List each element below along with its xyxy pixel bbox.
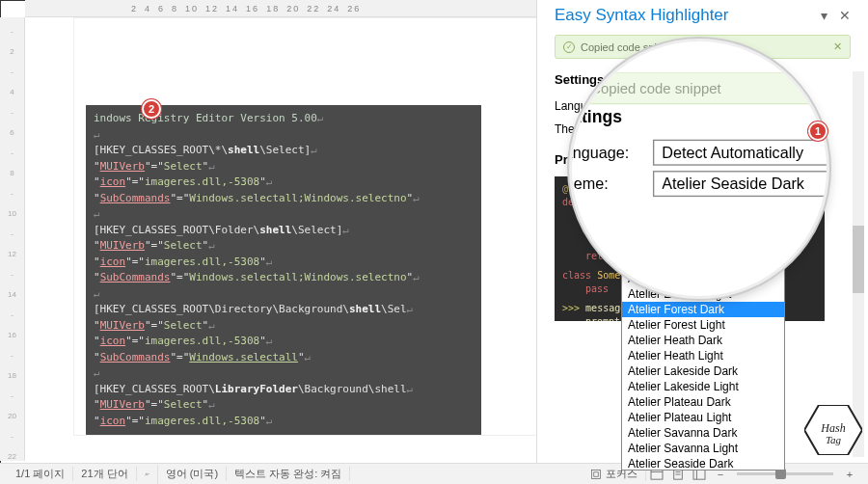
- check-icon: ✓: [563, 41, 575, 53]
- theme-option[interactable]: Atelier Forest Dark: [622, 302, 784, 317]
- ruler-vertical: -2-4-6-8-10-12-14-16-18-20-22-: [0, 17, 25, 461]
- svg-rect-1: [594, 471, 599, 476]
- svg-text:Hash: Hash: [820, 421, 845, 435]
- theme-option[interactable]: Atelier Dune Light: [622, 255, 784, 271]
- theme-option[interactable]: Atelier Dune Dark: [622, 240, 784, 255]
- theme-option[interactable]: Atelier Heath Dark: [622, 333, 784, 348]
- theme-option[interactable]: Atelier Forest Light: [622, 317, 784, 333]
- theme-dropdown-list[interactable]: Arduino LightArtaAsceticAtelier Cave Dar…: [621, 162, 785, 471]
- zoom-in-button[interactable]: +: [839, 465, 860, 484]
- code-block[interactable]: indows Registry Editor Version 5.00↵ ↵ […: [86, 105, 481, 435]
- language-label: Language:: [555, 99, 622, 113]
- theme-option[interactable]: Atelier Savanna Light: [622, 441, 784, 456]
- panel-menu-icon[interactable]: ▾: [821, 8, 827, 23]
- theme-option[interactable]: Atelier Estuary Light: [622, 286, 784, 302]
- annotation-badge-2: 2: [142, 99, 161, 119]
- theme-option[interactable]: Atelier Seaside Dark: [622, 456, 784, 471]
- status-autocomplete[interactable]: 텍스트 자동 완성: 켜짐: [227, 467, 350, 481]
- theme-option[interactable]: Atelier Plateau Light: [622, 410, 784, 425]
- theme-option[interactable]: Atelier Cave Dark: [622, 209, 784, 225]
- theme-option[interactable]: Ascetic: [622, 194, 784, 209]
- spellcheck-icon[interactable]: [137, 465, 158, 484]
- status-language[interactable]: 영어 (미국): [158, 467, 227, 481]
- theme-option[interactable]: Atelier Cave Light: [622, 225, 784, 240]
- status-words[interactable]: 21개 단어: [73, 467, 136, 481]
- panel-scrollbar[interactable]: [853, 71, 864, 457]
- ruler-horizontal: 2468101214161820222426: [25, 0, 536, 17]
- toast-success: ✓ Copied code snippet ✕: [555, 35, 851, 59]
- toast-text: Copied code snippet: [581, 41, 677, 53]
- theme-option[interactable]: Atelier Savanna Dark: [622, 425, 784, 441]
- theme-label: Theme:: [555, 122, 622, 136]
- svg-text:Tag: Tag: [826, 434, 842, 445]
- theme-select[interactable]: Atelier Seaside Dark: [630, 120, 784, 139]
- scrollbar-thumb[interactable]: [853, 226, 864, 293]
- toast-close-icon[interactable]: ✕: [833, 40, 842, 53]
- theme-option[interactable]: Arduino Light: [622, 163, 784, 178]
- theme-option[interactable]: Atelier Estuary Dark: [622, 271, 784, 286]
- language-select[interactable]: Detect Automatically: [630, 96, 784, 116]
- panel-title: Easy Syntax Highlighter: [555, 6, 728, 25]
- hashtag-logo: Hash Tag: [804, 405, 862, 455]
- theme-option[interactable]: Atelier Lakeside Dark: [622, 363, 784, 379]
- theme-option[interactable]: Atelier Lakeside Light: [622, 379, 784, 394]
- theme-option[interactable]: Atelier Heath Light: [622, 348, 784, 363]
- theme-option[interactable]: Arta: [622, 178, 784, 194]
- status-page[interactable]: 1/1 페이지: [8, 467, 73, 481]
- theme-option[interactable]: Atelier Plateau Dark: [622, 394, 784, 410]
- document-area[interactable]: indows Registry Editor Version 5.00↵ ↵ […: [25, 17, 536, 461]
- page: indows Registry Editor Version 5.00↵ ↵ […: [73, 17, 565, 436]
- zoom-slider[interactable]: [737, 472, 833, 475]
- annotation-badge-1: 1: [808, 121, 827, 141]
- settings-heading: Settings: [555, 72, 851, 87]
- panel-close-icon[interactable]: ✕: [839, 8, 851, 23]
- svg-rect-0: [592, 470, 601, 478]
